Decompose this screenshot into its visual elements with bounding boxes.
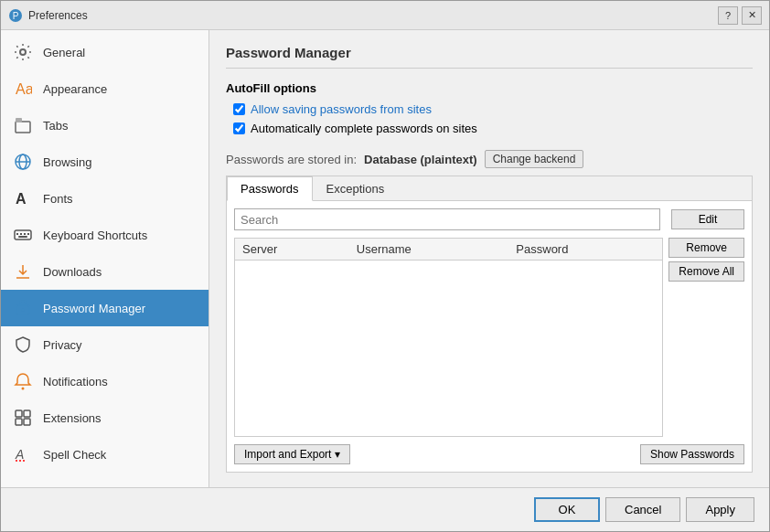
browsing-icon xyxy=(12,151,34,173)
allow-saving-link[interactable]: Allow saving passwords from sites xyxy=(251,102,432,116)
apply-button[interactable]: Apply xyxy=(686,497,754,522)
other-icon xyxy=(12,480,34,487)
svg-point-18 xyxy=(22,309,25,312)
col-server: Server xyxy=(235,239,349,261)
appearance-icon: Aa xyxy=(12,78,34,100)
sidebar-item-browsing[interactable]: Browsing xyxy=(1,144,209,180)
autocomplete-checkbox[interactable] xyxy=(233,122,245,134)
sidebar-item-notifications[interactable]: Notifications xyxy=(1,363,209,399)
sidebar-item-other[interactable]: Other xyxy=(1,473,209,487)
help-button[interactable]: ? xyxy=(718,6,738,25)
gear-icon xyxy=(12,41,34,63)
page-title: Password Manager xyxy=(226,45,753,69)
fonts-icon: A xyxy=(12,187,34,209)
change-backend-button[interactable]: Change backend xyxy=(485,150,584,168)
remove-button[interactable]: Remove xyxy=(668,238,744,258)
sidebar-label-notifications: Notifications xyxy=(43,375,108,388)
sidebar-label-appearance: Appearance xyxy=(43,82,107,96)
sidebar-item-appearance[interactable]: AaAppearance xyxy=(1,70,209,107)
app-icon: P xyxy=(8,8,23,23)
svg-rect-14 xyxy=(27,233,29,235)
table-side-buttons: Remove Remove All xyxy=(668,238,744,437)
svg-text:Aa: Aa xyxy=(16,81,32,97)
svg-rect-11 xyxy=(16,233,18,235)
svg-rect-13 xyxy=(24,233,26,235)
sidebar-label-privacy: Privacy xyxy=(43,338,82,352)
tab-passwords[interactable]: Passwords xyxy=(227,176,313,201)
allow-saving-label: Allow saving passwords from sites xyxy=(251,102,432,116)
tab-exceptions[interactable]: Exceptions xyxy=(313,176,399,201)
allow-saving-checkbox[interactable] xyxy=(233,103,245,115)
passwords-table-wrapper: Server Username Password xyxy=(234,238,663,437)
titlebar: P Preferences ? ✕ xyxy=(1,1,769,30)
tab-bar: Passwords Exceptions xyxy=(227,176,752,201)
autofill-section-title: AutoFill options xyxy=(226,81,753,95)
edit-button[interactable]: Edit xyxy=(671,209,744,229)
col-username: Username xyxy=(349,239,509,261)
window-title: Preferences xyxy=(28,9,718,22)
password-icon xyxy=(12,297,34,319)
svg-rect-4 xyxy=(16,122,30,133)
svg-text:P: P xyxy=(13,11,19,21)
svg-rect-15 xyxy=(18,236,27,238)
autocomplete-label: Automatically complete passwords on site… xyxy=(251,122,477,135)
sidebar-item-keyboard-shortcuts[interactable]: Keyboard Shortcuts xyxy=(1,217,209,253)
remove-all-button[interactable]: Remove All xyxy=(668,261,744,282)
storage-value: Database (plaintext) xyxy=(364,153,477,166)
svg-text:A: A xyxy=(15,447,24,462)
tab-bottom-row: Import and Export ▾ Show Passwords xyxy=(234,444,744,464)
footer: OK Cancel Apply xyxy=(1,487,769,531)
sidebar-item-fonts[interactable]: AFonts xyxy=(1,180,209,217)
downloads-icon xyxy=(12,261,34,282)
sidebar-item-general[interactable]: General xyxy=(1,34,209,70)
spell-icon: A xyxy=(12,443,34,465)
search-input[interactable] xyxy=(234,208,660,230)
svg-rect-20 xyxy=(16,410,22,417)
svg-point-19 xyxy=(22,388,25,390)
titlebar-buttons: ? ✕ xyxy=(718,6,762,25)
sidebar-label-extensions: Extensions xyxy=(43,411,102,425)
import-export-button[interactable]: Import and Export ▾ xyxy=(234,444,350,464)
import-export-label: Import and Export xyxy=(244,448,331,461)
sidebar-item-downloads[interactable]: Downloads xyxy=(1,253,209,290)
sidebar-item-spell-check[interactable]: ASpell Check xyxy=(1,436,209,473)
extensions-icon xyxy=(12,407,34,429)
storage-row: Passwords are stored in: Database (plain… xyxy=(226,150,753,168)
svg-rect-12 xyxy=(20,233,22,235)
sidebar-label-downloads: Downloads xyxy=(43,265,102,279)
svg-rect-21 xyxy=(24,410,30,417)
svg-text:A: A xyxy=(16,191,27,207)
notifications-icon xyxy=(12,370,34,392)
keyboard-icon xyxy=(12,224,34,246)
sidebar-label-password-manager: Password Manager xyxy=(43,302,145,315)
action-buttons: Edit xyxy=(671,209,744,229)
sidebar-label-tabs: Tabs xyxy=(43,119,68,133)
dropdown-arrow-icon: ▾ xyxy=(335,448,340,461)
sidebar-item-privacy[interactable]: Privacy xyxy=(1,326,209,363)
privacy-icon xyxy=(12,334,34,356)
sidebar-label-fonts: Fonts xyxy=(43,192,73,206)
close-button[interactable]: ✕ xyxy=(742,6,762,25)
sidebar-item-extensions[interactable]: Extensions xyxy=(1,399,209,436)
sidebar-label-general: General xyxy=(43,46,85,59)
sidebar: GeneralAaAppearanceTabsBrowsingAFontsKey… xyxy=(1,30,209,487)
show-passwords-button[interactable]: Show Passwords xyxy=(640,444,744,464)
sidebar-item-tabs[interactable]: Tabs xyxy=(1,107,209,144)
main-content: GeneralAaAppearanceTabsBrowsingAFontsKey… xyxy=(1,30,769,487)
table-area: Server Username Password Remove xyxy=(234,238,744,437)
search-edit-row: Edit xyxy=(234,208,744,230)
svg-rect-5 xyxy=(16,118,22,122)
allow-saving-row: Allow saving passwords from sites xyxy=(233,102,753,116)
cancel-button[interactable]: Cancel xyxy=(605,497,680,522)
svg-rect-23 xyxy=(24,419,30,425)
tabs-icon xyxy=(12,114,34,136)
autocomplete-row: Automatically complete passwords on site… xyxy=(233,122,753,135)
svg-rect-22 xyxy=(16,419,22,425)
sidebar-label-spell-check: Spell Check xyxy=(43,448,106,462)
preferences-window: P Preferences ? ✕ GeneralAaAppearanceTab… xyxy=(0,0,770,532)
sidebar-item-password-manager[interactable]: Password Manager xyxy=(1,290,209,326)
passwords-table: Server Username Password xyxy=(235,239,662,261)
passwords-tabs-container: Passwords Exceptions Edit xyxy=(226,176,753,473)
ok-button[interactable]: OK xyxy=(534,497,600,522)
main-panel: Password Manager AutoFill options Allow … xyxy=(209,30,769,487)
